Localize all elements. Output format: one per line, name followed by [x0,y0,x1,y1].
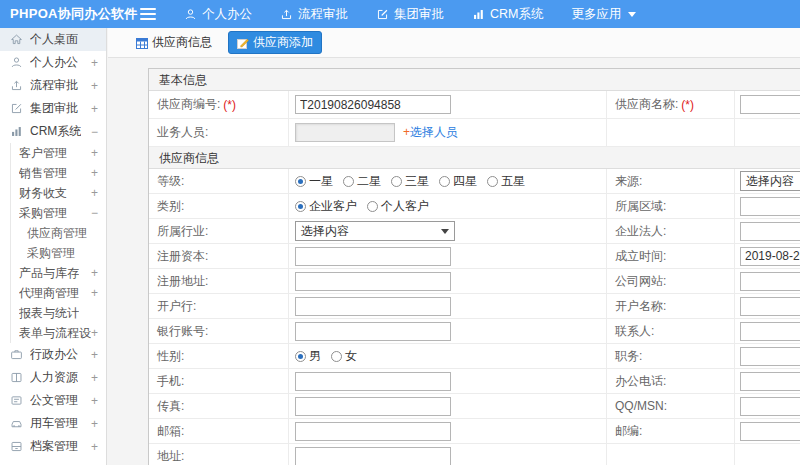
postcode-input[interactable] [740,422,800,441]
radio-option[interactable]: 企业客户 [295,198,357,215]
sidebar-item-hr[interactable]: 人力资源 + [0,366,106,389]
field-label: 银行账号: [157,323,208,340]
expand-plus: + [91,56,98,70]
sidebar-item-flow-approval[interactable]: 流程审批 + [0,74,106,97]
business-person-input[interactable] [295,123,395,142]
menu-icon[interactable] [140,8,156,20]
radio-option[interactable]: 一星 [295,173,333,190]
doc-icon [10,394,24,408]
table-icon [136,36,148,50]
nav-more-apps[interactable]: 更多应用 [571,6,636,23]
expand-plus: + [91,186,98,200]
establish-date-input[interactable] [740,247,800,266]
account-name-input[interactable] [740,297,800,316]
field-label: 注册地址: [157,273,208,290]
sidebar-item-purchasing[interactable]: 采购管理 [11,243,106,263]
registered-capital-input[interactable] [295,247,451,266]
car-icon [10,417,24,431]
sidebar-item-document-mgmt[interactable]: 公文管理 + [0,389,106,412]
qq-msn-input[interactable] [740,397,800,416]
field-label: 开户名称: [615,298,666,315]
nav-crm-system[interactable]: CRM系统 [472,6,543,23]
field-label: 传真: [157,398,184,415]
sidebar-item-purchase-mgmt[interactable]: 采购管理 − [11,203,106,223]
nav-personal-office[interactable]: 个人办公 [184,6,252,23]
collapse-minus: − [91,125,98,139]
sidebar-item-archive-mgmt[interactable]: 档案管理 + [0,435,106,458]
required-mark: (*) [681,98,694,112]
nav-flow-approval[interactable]: 流程审批 [280,6,348,23]
nav-group-approval[interactable]: 集团审批 [376,6,444,23]
tab-supplier-add[interactable]: 供应商添加 [228,31,322,54]
legal-person-input[interactable] [740,222,800,241]
form-row-registered-address: 注册地址: 公司网站: [149,269,800,294]
form-row-registered-capital: 注册资本: 成立时间: [149,244,800,269]
gender-radio-group: 男 女 [295,348,357,365]
radio-option[interactable]: 五星 [487,173,525,190]
mobile-input[interactable] [295,372,451,391]
supplier-add-form: 基本信息 供应商编号: (*) 供应商名称: (*) 业务人员: [148,68,800,465]
sidebar-item-customer-mgmt[interactable]: 客户管理 + [11,143,106,163]
form-row-category: 类别: 企业客户 个人客户 所属区域: [149,194,800,219]
sidebar-item-reports[interactable]: 报表与统计 [11,303,106,323]
region-input[interactable] [740,197,800,216]
field-label: 地址: [157,448,184,465]
field-label: 来源: [615,173,642,190]
sidebar-item-vehicle-mgmt[interactable]: 用车管理 + [0,412,106,435]
form-row-industry: 所属行业: 选择内容 企业法人: [149,219,800,244]
field-label: 类别: [157,198,184,215]
bank-input[interactable] [295,297,451,316]
company-website-input[interactable] [740,272,800,291]
sidebar-item-finance[interactable]: 财务收支 + [11,183,106,203]
industry-select[interactable]: 选择内容 [295,221,455,241]
sidebar-item-agent-mgmt[interactable]: 代理商管理 + [11,283,106,303]
sidebar: 个人桌面 个人办公 + 流程审批 + 集团审批 + CRM系统 − 客户管理 + [0,28,107,465]
radio-option[interactable]: 个人客户 [367,198,429,215]
supplier-code-input[interactable] [295,95,451,114]
sidebar-item-group-approval[interactable]: 集团审批 + [0,97,106,120]
sidebar-item-form-flow-settings[interactable]: 表单与流程设置 + [11,323,106,343]
address-input[interactable] [295,447,451,465]
sidebar-item-personal-office[interactable]: 个人办公 + [0,51,106,74]
sidebar-item-personal-desktop[interactable]: 个人桌面 [0,28,106,51]
sidebar-item-sales-mgmt[interactable]: 销售管理 + [11,163,106,183]
book-icon [10,371,24,385]
sidebar-item-product-inventory[interactable]: 产品与库存 + [11,263,106,283]
archive-icon [10,440,24,454]
radio-option[interactable]: 二星 [343,173,381,190]
select-person-link[interactable]: +选择人员 [403,124,458,141]
radio-icon [343,176,354,187]
field-label: 职务: [615,348,642,365]
registered-address-input[interactable] [295,272,451,291]
top-nav: 个人办公 流程审批 集团审批 CRM系统 更多应用 [184,6,636,23]
field-label: 手机: [157,373,184,390]
app-logo: PHPOA协同办公软件 [0,5,138,23]
source-select[interactable]: 选择内容 [740,171,800,191]
sidebar-item-admin-office[interactable]: 行政办公 + [0,343,106,366]
form-row-level: 等级: 一星 二星 三星 四星 五星 来源: 选择内容 [149,169,800,194]
radio-option[interactable]: 三星 [391,173,429,190]
expand-plus: + [91,79,98,93]
sidebar-item-crm-system[interactable]: CRM系统 − [0,120,106,143]
tab-supplier-info[interactable]: 供应商信息 [130,31,218,54]
radio-option[interactable]: 女 [331,348,357,365]
expand-plus: + [91,166,98,180]
radio-option[interactable]: 四星 [439,173,477,190]
sidebar-item-partial[interactable] [0,458,106,465]
sidebar-item-supplier-mgmt[interactable]: 供应商管理 [11,223,106,243]
fax-input[interactable] [295,397,451,416]
field-label: 邮箱: [157,423,184,440]
collapse-minus: − [91,206,98,220]
email-input[interactable] [295,422,451,441]
bank-account-input[interactable] [295,322,451,341]
radio-option[interactable]: 男 [295,348,321,365]
supplier-name-input[interactable] [740,95,800,114]
contact-person-input[interactable] [740,322,800,341]
required-mark: (*) [223,98,236,112]
edit-page-icon [237,36,249,50]
expand-plus: + [91,286,98,300]
job-title-input[interactable] [740,347,800,366]
chart-icon [10,125,24,139]
expand-plus: + [91,394,98,408]
office-phone-input[interactable] [740,372,800,391]
